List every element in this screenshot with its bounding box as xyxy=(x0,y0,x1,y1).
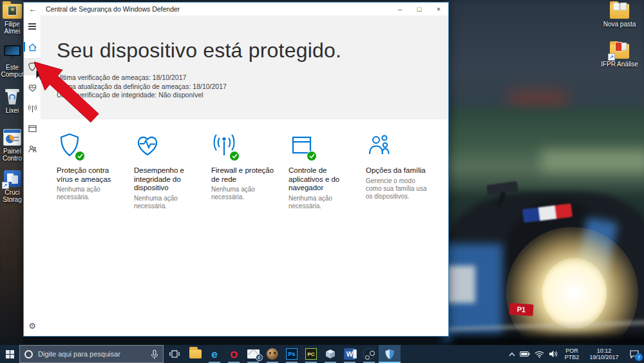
wallpaper-track-line xyxy=(444,320,644,331)
sidebar-item-firewall-network[interactable] xyxy=(24,101,41,115)
tray-chevron-button[interactable] xyxy=(506,345,518,363)
wallpaper-car-mirror-stem xyxy=(496,191,506,208)
minimize-button[interactable]: – xyxy=(390,3,410,15)
desktop-icon-recycle-bin[interactable]: Lixei xyxy=(0,88,24,114)
tile-title: Firewall e proteção de rede xyxy=(211,166,278,184)
taskbar-defender-active[interactable] xyxy=(379,345,401,363)
start-button[interactable] xyxy=(0,345,19,363)
tile-app-browser-control[interactable]: Controle de aplicativos e do navegador N… xyxy=(289,132,355,210)
tile-title: Opções da família xyxy=(366,166,432,175)
icon-label: Painel xyxy=(3,148,21,155)
sidebar-item-device-health[interactable] xyxy=(24,81,41,95)
tile-title: Proteção contra vírus e ameaças xyxy=(57,166,123,184)
desktop-icon-crucial-storage[interactable]: ↗ Cruci Storag xyxy=(0,170,24,203)
taskbar-photoshop[interactable]: Ps xyxy=(282,345,301,363)
desktop-icon-this-pc[interactable]: Este Comput xyxy=(0,45,24,78)
microphone-icon[interactable] xyxy=(151,349,158,359)
desktop: P1 Filipe Almei Este Comput Lixei Painel… xyxy=(0,0,644,363)
wallpaper-headlight-core xyxy=(542,258,607,329)
tile-title: Controle de aplicativos e do navegador xyxy=(289,166,355,193)
tray-clock[interactable]: 10:12 19/10/2017 xyxy=(583,345,625,363)
action-center-button[interactable]: 7 xyxy=(625,345,644,363)
icon-label: Filipe xyxy=(5,21,20,28)
taskbar-opera[interactable]: O xyxy=(224,345,243,363)
title-bar[interactable]: ← Central de Segurança do Windows Defend… xyxy=(24,3,448,15)
desktop-icon-ifpr-analise[interactable]: ↗ IFPR Análise xyxy=(607,44,632,68)
app-icon-cube xyxy=(325,348,336,360)
battery-icon xyxy=(520,351,530,357)
menu-button[interactable] xyxy=(24,19,41,34)
home-icon xyxy=(28,43,37,52)
tile-family-options[interactable]: Opções da família Gerencie o modo como s… xyxy=(366,132,432,210)
icon-label: Comput xyxy=(1,71,23,78)
wallpaper-car-mirror xyxy=(486,181,518,197)
taskbar-cube-app[interactable] xyxy=(321,345,340,363)
settings-button[interactable]: ⚙ xyxy=(24,319,41,333)
wallpaper-car-stripe xyxy=(573,217,618,295)
shield-icon xyxy=(28,62,37,72)
clock-date: 19/10/2017 xyxy=(589,354,618,360)
back-button[interactable]: ← xyxy=(24,5,42,14)
shortcut-arrow-icon: ↗ xyxy=(2,182,9,189)
tile-firewall-network[interactable]: Firewall e proteção de rede Nenhuma ação… xyxy=(211,132,278,210)
taskbar-steam[interactable] xyxy=(359,345,379,363)
device-health-icon xyxy=(134,132,161,158)
windows-logo-icon xyxy=(6,350,14,358)
wallpaper-red-blur xyxy=(509,90,567,110)
settings-gear-icon: ⚙ xyxy=(28,322,36,330)
tray-volume[interactable] xyxy=(546,345,560,363)
wallpaper-headlight-glow xyxy=(506,227,638,359)
shortcut-arrow-icon: ↗ xyxy=(608,54,615,61)
app-icon-mascot xyxy=(267,348,278,360)
cortana-icon xyxy=(24,350,33,358)
taskbar: Digite aqui para pesquisar e O xyxy=(0,345,644,363)
sidebar-item-home[interactable] xyxy=(24,40,41,54)
wifi-icon xyxy=(535,351,544,358)
steam-icon xyxy=(363,348,375,360)
maximize-button[interactable]: □ xyxy=(410,3,429,15)
desktop-icon-user-files[interactable]: Filipe Almei xyxy=(0,4,24,35)
pycharm-icon: PC xyxy=(305,348,317,360)
sidebar-item-app-browser[interactable] xyxy=(24,121,41,135)
keyboard-layout: PTB2 xyxy=(565,354,580,360)
tray-language-indicator[interactable]: POR PTB2 xyxy=(560,345,583,363)
task-view-button[interactable] xyxy=(164,345,185,363)
status-header: Seu dispositivo está protegido. Última v… xyxy=(41,15,448,119)
wallpaper-car-body xyxy=(443,192,644,350)
ok-check-badge xyxy=(229,151,240,161)
close-button[interactable]: × xyxy=(429,3,448,15)
taskbar-mail[interactable]: 8 xyxy=(243,345,263,363)
taskbar-mascot-app[interactable] xyxy=(263,345,282,363)
file-explorer-icon xyxy=(189,349,202,358)
tray-battery[interactable] xyxy=(518,345,532,363)
desktop-icon-control-panel[interactable]: Painel Contro xyxy=(0,129,24,162)
search-placeholder: Digite aqui para pesquisar xyxy=(38,350,151,358)
status-line-health-scan: Última verificação de integridade: Não d… xyxy=(57,91,448,100)
menu-icon xyxy=(28,23,36,30)
tile-subtitle: Nenhuma ação necessária. xyxy=(57,186,123,201)
language-code: POR xyxy=(565,348,578,354)
sidebar-item-family[interactable] xyxy=(24,142,41,156)
opera-icon: O xyxy=(230,349,238,359)
tray-wifi[interactable] xyxy=(532,345,546,363)
app-browser-icon xyxy=(28,124,37,133)
mail-icon: 8 xyxy=(247,349,260,358)
tile-virus-protection[interactable]: Proteção contra vírus e ameaças Nenhuma … xyxy=(57,132,123,210)
task-view-icon xyxy=(169,349,180,358)
wallpaper-car-sidepod xyxy=(443,244,502,340)
tile-device-health[interactable]: Desempenho e integridade do dispositivo … xyxy=(134,132,200,210)
wallpaper-car-nose xyxy=(494,193,627,351)
taskbar-edge[interactable]: e xyxy=(205,345,224,363)
speaker-icon xyxy=(549,350,558,358)
defender-shield-icon xyxy=(384,349,395,360)
ok-check-badge xyxy=(75,151,85,161)
desktop-icon-nova-pasta[interactable]: Nova pasta xyxy=(607,4,632,28)
page-title: Seu dispositivo está protegido. xyxy=(57,39,448,63)
protection-areas: Proteção contra vírus e ameaças Nenhuma … xyxy=(41,119,448,210)
user-folder-icon xyxy=(3,4,22,19)
taskbar-search-box[interactable]: Digite aqui para pesquisar xyxy=(19,345,164,363)
sidebar-item-virus-protection[interactable] xyxy=(24,59,41,74)
taskbar-file-explorer[interactable] xyxy=(185,345,205,363)
taskbar-pycharm[interactable]: PC xyxy=(301,345,321,363)
taskbar-word[interactable]: W xyxy=(340,345,359,363)
